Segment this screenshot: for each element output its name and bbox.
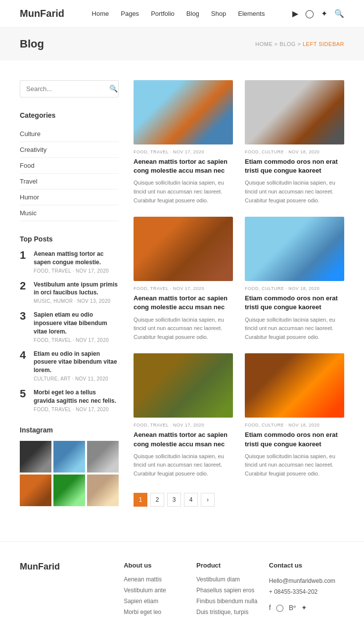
- blog-card-6: FOOD, CULTURE · NOV 18, 2020 Etiam commo…: [245, 353, 344, 478]
- blog-card-img-2[interactable]: [245, 80, 344, 144]
- category-item[interactable]: Humor: [20, 190, 119, 205]
- nav-home[interactable]: Home: [92, 10, 109, 17]
- nav-shop[interactable]: Shop: [211, 10, 226, 17]
- blog-card-5: FOOD, TRAVEL · NOV 17, 2020 Aenean matti…: [134, 353, 233, 478]
- blog-title-3[interactable]: Aenean mattis tortor ac sapien cong mole…: [134, 294, 233, 312]
- blog-tag-2: FOOD, CULTURE · NOV 18, 2020: [245, 149, 344, 154]
- blog-excerpt-5: Quisque sollicitudin lacinia sapien, eu …: [134, 452, 233, 478]
- footer-logo-col: MunFarid: [20, 562, 114, 618]
- footer-facebook-icon[interactable]: f: [269, 602, 271, 614]
- blog-tag-6: FOOD, CULTURE · NOV 18, 2020: [245, 423, 344, 428]
- page-btn-4[interactable]: 4: [184, 493, 198, 507]
- nav-elements[interactable]: Elements: [238, 10, 265, 17]
- footer-about-link-2[interactable]: Vestibulum ante: [124, 587, 186, 594]
- categories-section: Categories Culture Creativity Food Trave…: [20, 111, 119, 221]
- footer-product-col: Product Vestibulum diam Phasellus sapien…: [196, 562, 259, 618]
- top-post-3[interactable]: 3 Sapien etiam eu odio inposuere vitae b…: [20, 311, 119, 342]
- blog-card-4: FOOD, CULTURE · NOV 18, 2020 Etiam commo…: [245, 217, 344, 341]
- footer: MunFarid About us Aenean mattis Vestibul…: [0, 541, 364, 618]
- footer-about-link-3[interactable]: Sapien etiam: [124, 598, 186, 605]
- nav-links: Home Pages Portfolio Blog Shop Elements: [92, 10, 265, 17]
- top-posts-title: Top Posts: [20, 235, 119, 243]
- search-submit-icon[interactable]: 🔍: [109, 85, 118, 93]
- page-btn-next[interactable]: ›: [201, 493, 215, 507]
- top-post-2[interactable]: 2 Vestibulum ante ipsum primis in orci f…: [20, 281, 119, 304]
- sidebar: 🔍 Categories Culture Creativity Food Tra…: [20, 80, 119, 522]
- footer-email[interactable]: Hello@munfaridweb.com: [269, 576, 344, 587]
- blog-title-5[interactable]: Aenean mattis tortor ac sapien cong mole…: [134, 430, 233, 448]
- footer-top: MunFarid About us Aenean mattis Vestibul…: [20, 562, 344, 618]
- footer-product-link-3[interactable]: Finibus bibendum nulla: [196, 598, 259, 605]
- category-item[interactable]: Music: [20, 205, 119, 221]
- instagram-icon[interactable]: ◯: [305, 9, 314, 18]
- page-title: Blog: [20, 38, 44, 50]
- instagram-title: Instagram: [20, 426, 119, 434]
- footer-about-title: About us: [124, 562, 186, 569]
- blog-card-img-4[interactable]: [245, 217, 344, 281]
- top-post-4[interactable]: 4 Etiam eu odio in sapien posuere vitae …: [20, 350, 119, 381]
- categories-title: Categories: [20, 111, 119, 119]
- category-item[interactable]: Creativity: [20, 142, 119, 158]
- top-post-5[interactable]: 5 Morbi eget leo a tellus gravida sagitt…: [20, 388, 119, 412]
- instagram-section: Instagram: [20, 426, 119, 506]
- top-post-1[interactable]: 1 Aenean mattisg tortor ac sapen congue …: [20, 250, 119, 274]
- footer-about-link-4[interactable]: Morbi eget leo: [124, 609, 186, 616]
- instagram-photo-6[interactable]: [87, 475, 119, 506]
- blog-content: FOOD, TRAVEL · NOV 17, 2020 Aenean matti…: [134, 80, 344, 522]
- footer-social-icons: f ◯ Bᵉ ✦: [269, 602, 344, 614]
- category-item[interactable]: Travel: [20, 174, 119, 190]
- nav-logo[interactable]: MunFarid: [20, 8, 64, 19]
- blog-tag-3: FOOD, TRAVEL · NOV 17, 2020: [134, 286, 233, 291]
- blog-card-img-5[interactable]: [134, 353, 233, 418]
- blog-excerpt-3: Quisque sollicitudin lacinia sapien, eu …: [134, 316, 233, 342]
- footer-logo[interactable]: MunFarid: [20, 562, 114, 572]
- footer-phone[interactable]: + 08455-3354-202: [269, 587, 344, 598]
- main-container: 🔍 Categories Culture Creativity Food Tra…: [0, 60, 364, 541]
- search-box[interactable]: 🔍: [20, 80, 119, 97]
- footer-instagram-icon[interactable]: ◯: [276, 602, 284, 614]
- footer-product-title: Product: [196, 562, 259, 569]
- top-posts-section: Top Posts 1 Aenean mattisg tortor ac sap…: [20, 235, 119, 412]
- blog-title-2[interactable]: Etiam commodo oros non erat tristi que c…: [245, 157, 344, 175]
- blog-card-img-6[interactable]: [245, 353, 344, 418]
- instagram-photo-2[interactable]: [53, 441, 85, 473]
- blog-title-6[interactable]: Etiam commodo oros non erat tristi que c…: [245, 430, 344, 448]
- blog-card-img-1[interactable]: [134, 80, 233, 144]
- blog-title-4[interactable]: Etiam commodo oros non erat tristi que c…: [245, 294, 344, 312]
- footer-about-col: About us Aenean mattis Vestibulum ante S…: [124, 562, 186, 618]
- footer-behance-icon[interactable]: Bᵉ: [289, 602, 296, 614]
- nav-blog[interactable]: Blog: [186, 10, 199, 17]
- footer-contact-info: Hello@munfaridweb.com + 08455-3354-202 f…: [269, 576, 344, 614]
- footer-product-list: Vestibulum diam Phasellus sapien eros Fi…: [196, 576, 259, 616]
- navbar: MunFarid Home Pages Portfolio Blog Shop …: [0, 0, 364, 28]
- search-input[interactable]: [26, 85, 109, 93]
- category-item[interactable]: Culture: [20, 126, 119, 142]
- blog-card-1: FOOD, TRAVEL · NOV 17, 2020 Aenean matti…: [134, 80, 233, 205]
- page-btn-2[interactable]: 2: [150, 493, 164, 507]
- footer-about-link-1[interactable]: Aenean mattis: [124, 576, 186, 583]
- instagram-photo-5[interactable]: [53, 475, 85, 506]
- page-btn-1[interactable]: 1: [134, 493, 147, 507]
- blog-tag-5: FOOD, TRAVEL · NOV 17, 2020: [134, 423, 233, 428]
- footer-contact-col: Contact us Hello@munfaridweb.com + 08455…: [269, 562, 344, 618]
- twitter-icon[interactable]: ✦: [321, 9, 327, 18]
- nav-portfolio[interactable]: Portfolio: [151, 10, 175, 17]
- search-icon[interactable]: 🔍: [334, 9, 344, 18]
- blog-grid: FOOD, TRAVEL · NOV 17, 2020 Aenean matti…: [134, 80, 344, 478]
- instagram-photo-3[interactable]: [87, 441, 119, 473]
- footer-product-link-2[interactable]: Phasellus sapien eros: [196, 587, 259, 594]
- instagram-photo-1[interactable]: [20, 441, 51, 473]
- page-btn-3[interactable]: 3: [167, 493, 181, 507]
- blog-card-img-3[interactable]: [134, 217, 233, 281]
- category-item-food[interactable]: Food: [20, 158, 119, 174]
- footer-twitter-icon[interactable]: ✦: [301, 602, 307, 614]
- instagram-photo-4[interactable]: [20, 475, 51, 506]
- video-icon[interactable]: ▶: [292, 9, 298, 18]
- nav-pages[interactable]: Pages: [121, 10, 139, 17]
- blog-card-2: FOOD, CULTURE · NOV 18, 2020 Etiam commo…: [245, 80, 344, 205]
- pagination: 1 2 3 4 ›: [134, 493, 344, 507]
- footer-product-link-1[interactable]: Vestibulum diam: [196, 576, 259, 583]
- blog-title-1[interactable]: Aenean mattis tortor ac sapien cong mole…: [134, 157, 233, 175]
- footer-product-link-4[interactable]: Duis tristique, turpis: [196, 609, 259, 616]
- blog-excerpt-6: Quisque sollicitudin lacinia sapien, eu …: [245, 452, 344, 478]
